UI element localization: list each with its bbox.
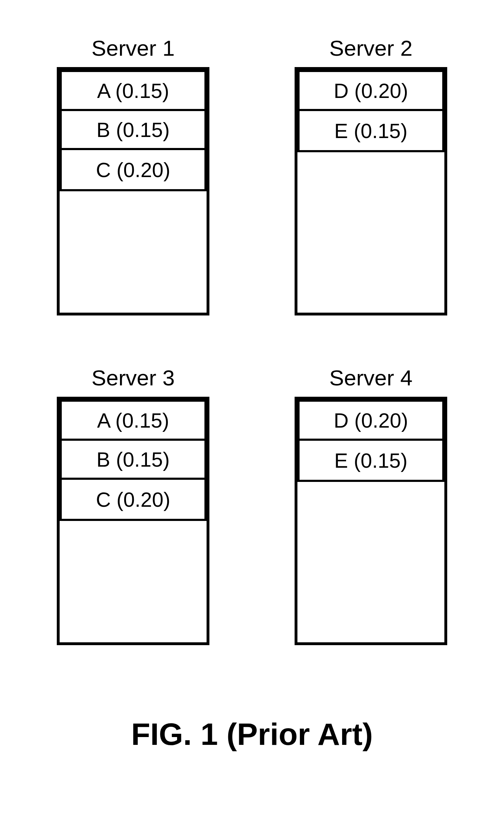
diagram-container: Server 1 A (0.15) B (0.15) C (0.20) Serv… [0, 0, 504, 752]
server-3-title: Server 3 [92, 365, 175, 390]
server-3-block: Server 3 A (0.15) B (0.15) C (0.20) [57, 365, 209, 645]
server-4-title: Server 4 [329, 365, 412, 390]
server-3-item-b: B (0.15) [62, 441, 204, 480]
server-4-items: D (0.20) E (0.15) [297, 400, 444, 482]
server-grid: Server 1 A (0.15) B (0.15) C (0.20) Serv… [35, 35, 469, 645]
server-1-block: Server 1 A (0.15) B (0.15) C (0.20) [57, 35, 209, 315]
server-2-item-e: E (0.15) [300, 111, 442, 150]
server-4-box: D (0.20) E (0.15) [295, 397, 447, 645]
server-4-block: Server 4 D (0.20) E (0.15) [295, 365, 447, 645]
server-1-items: A (0.15) B (0.15) C (0.20) [60, 70, 207, 191]
server-1-box: A (0.15) B (0.15) C (0.20) [57, 67, 209, 315]
server-1-item-a: A (0.15) [62, 72, 204, 111]
server-2-block: Server 2 D (0.20) E (0.15) [295, 35, 447, 315]
server-3-box: A (0.15) B (0.15) C (0.20) [57, 397, 209, 645]
server-2-title: Server 2 [329, 35, 412, 61]
server-1-title: Server 1 [92, 35, 175, 61]
server-3-item-c: C (0.20) [62, 480, 204, 519]
server-4-item-d: D (0.20) [300, 402, 442, 441]
server-4-item-e: E (0.15) [300, 441, 442, 480]
server-2-box: D (0.20) E (0.15) [295, 67, 447, 315]
server-1-item-c: C (0.20) [62, 150, 204, 189]
server-2-items: D (0.20) E (0.15) [297, 70, 444, 152]
server-3-items: A (0.15) B (0.15) C (0.20) [60, 400, 207, 521]
server-3-item-a: A (0.15) [62, 402, 204, 441]
server-2-item-d: D (0.20) [300, 72, 442, 111]
figure-caption: FIG. 1 (Prior Art) [35, 716, 469, 752]
server-1-item-b: B (0.15) [62, 111, 204, 150]
